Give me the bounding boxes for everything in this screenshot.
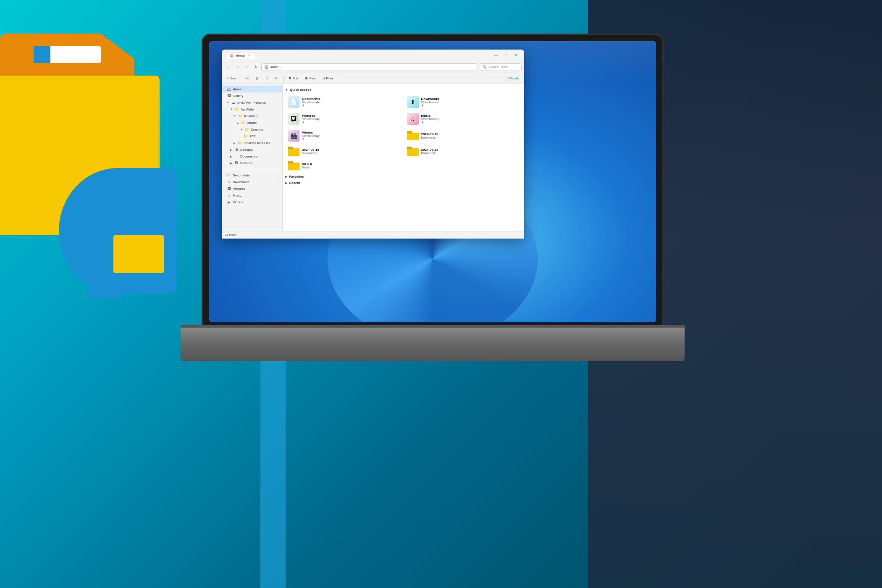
expand-arrow-appdata: ▼ xyxy=(230,108,233,110)
sidebar-pinned-section: 📄 Documents › ⬇ Downloads › xyxy=(222,169,282,205)
desktop-icon: 🖥 xyxy=(234,147,239,152)
pictures-sub: Stored locally xyxy=(302,118,320,121)
sidebar-adobe-label: Adobe xyxy=(247,121,257,125)
deco-yellow-block xyxy=(113,235,164,273)
sidebar-item-documents[interactable]: ▶ 📄 Documents xyxy=(222,153,282,160)
gallery-icon: 🖼 xyxy=(227,94,231,98)
sidebar-pinned-dl-label: Downloads xyxy=(233,180,249,184)
close-button[interactable]: ✕ xyxy=(512,52,521,59)
details-button[interactable]: ℹ Details xyxy=(505,76,522,81)
file-item-2024-09-18[interactable]: 2024-09-18 Downloads xyxy=(285,145,403,158)
view-button[interactable]: ⊞ View xyxy=(302,76,318,81)
file-item-downloads[interactable]: ⬇ Downloads Stored locally ★ xyxy=(404,94,522,110)
address-sep: › xyxy=(280,65,281,69)
sidebar-pinned-pictures[interactable]: 🖼 Pictures › xyxy=(222,185,282,192)
file-item-viola[interactable]: VIOLA Music xyxy=(285,159,403,172)
sidebar-desktop-label: Desktop xyxy=(240,148,252,152)
folder-viola-name: VIOLA xyxy=(302,162,312,166)
sort-button[interactable]: ⇅ Sort xyxy=(286,76,301,81)
music-thumbnail: ♫ xyxy=(407,113,419,125)
docs-thumbnail: 📄 xyxy=(288,96,299,108)
sidebar-item-appdata[interactable]: ▼ 📁 AppData xyxy=(222,106,282,113)
music-name: Music xyxy=(421,114,439,118)
copy-button[interactable]: ⎘ xyxy=(253,76,260,81)
sidebar-appdata-label: AppData xyxy=(241,108,254,111)
sidebar-pinned-docs-label: Documents xyxy=(233,173,249,177)
downloads-sub: Stored locally xyxy=(421,101,439,104)
filter-button[interactable]: ⊿ Filter xyxy=(320,76,336,81)
music-pin-icon: ♫ xyxy=(227,193,231,197)
folder-icon-appdata: 📁 xyxy=(235,107,239,111)
sidebar-pinned-videos[interactable]: ▶ Videos › xyxy=(222,199,282,205)
pictures-icon: 🖼 xyxy=(234,161,239,165)
cut-button[interactable]: ✂ xyxy=(244,76,252,81)
new-button[interactable]: + New xyxy=(224,76,238,81)
sidebar-pinned-music[interactable]: ♫ Music › xyxy=(222,192,282,199)
quick-access-header[interactable]: ▼ Quick access xyxy=(285,87,522,93)
sidebar-item-pictures[interactable]: ▶ 🖼 Pictures xyxy=(222,160,282,166)
folder-2024-09-16-sub: Downloads xyxy=(421,136,438,139)
file-item-music[interactable]: ♫ Music Stored locally ★ xyxy=(404,111,522,126)
file-item-documents[interactable]: 📄 Documents Stored locally ★ xyxy=(285,94,403,110)
sidebar-item-home[interactable]: 🏠 Home xyxy=(222,86,282,92)
docs-sub: Stored locally xyxy=(302,101,320,104)
videos-sub: Stored locally xyxy=(302,134,320,137)
downloads-star: ★ xyxy=(421,104,439,107)
back-button[interactable]: ‹ xyxy=(224,63,232,71)
pictures-name: Pictures xyxy=(302,114,320,118)
more-button[interactable]: ... xyxy=(337,76,345,81)
view-icon: ⊞ xyxy=(305,76,308,80)
folder-2024-09-23-info: 2024-09-23 Downloads xyxy=(421,148,438,155)
expand-arrow-common: ▼ xyxy=(240,128,243,131)
videos-thumbnail: 🎬 xyxy=(288,130,299,142)
address-path[interactable]: 🏠 Home › xyxy=(261,63,478,71)
sidebar-item-10pct[interactable]: 📁 10% xyxy=(222,133,282,139)
maximize-button[interactable]: □ xyxy=(501,52,511,59)
titlebar-tab-label: Home xyxy=(236,54,244,58)
file-item-videos[interactable]: 🎬 Videos Stored locally ★ xyxy=(285,128,403,143)
minimize-button[interactable]: — xyxy=(491,52,501,59)
forward-button[interactable]: › xyxy=(234,63,241,71)
file-item-pictures[interactable]: 🖼 Pictures Stored locally ★ xyxy=(285,111,403,126)
paste-button[interactable]: 📋 xyxy=(262,76,271,81)
sidebar-item-onedrive[interactable]: ▼ ☁ OneDrive - Personal xyxy=(222,99,282,106)
filter-icon: ⊿ xyxy=(322,76,325,80)
sidebar-item-creativecloud[interactable]: ▶ 📁 Creative Cloud Files xyxy=(222,139,282,146)
favorites-header[interactable]: ▶ Favorites xyxy=(285,173,522,180)
explorer-titlebar: 🏠 Home ✕ — □ ✕ xyxy=(222,50,524,61)
music-info: Music Stored locally ★ xyxy=(421,114,439,124)
folder-viola-sub: Music xyxy=(302,166,312,169)
sidebar-home-label: Home xyxy=(233,87,242,91)
sidebar-pinned-downloads[interactable]: ⬇ Downloads › xyxy=(222,178,282,185)
expand-arrow-desktop: ▶ xyxy=(230,148,232,151)
sidebar-item-roaming[interactable]: ▼ 📁 Roaming xyxy=(222,113,282,119)
expand-arrow-documents: ▶ xyxy=(230,155,232,158)
folder-viola-info: VIOLA Music xyxy=(302,162,312,169)
search-box[interactable]: 🔍 Search Home xyxy=(480,63,522,71)
quick-access-label: Quick access xyxy=(290,88,311,92)
up-button[interactable]: ↑ xyxy=(243,63,250,71)
docs-pin-icon: 📄 xyxy=(227,173,231,177)
recent-header[interactable]: ▶ Recent xyxy=(285,180,522,186)
sidebar-item-common[interactable]: ▼ 📁 Common xyxy=(222,126,282,133)
sidebar-documents-label: Documents xyxy=(240,155,257,158)
docs-pin-star: ★ xyxy=(302,104,320,107)
file-item-2024-09-23[interactable]: 2024-09-23 Downloads xyxy=(404,145,522,158)
sidebar-item-desktop[interactable]: ▶ 🖥 Desktop xyxy=(222,146,282,153)
qa-arrow-icon: ▼ xyxy=(285,88,288,91)
explorer-sidebar: 🏠 Home 🖼 Gallery ▼ ☁ OneDrive - Personal xyxy=(222,84,283,231)
refresh-button[interactable]: ↻ xyxy=(252,63,260,71)
videos-star: ★ xyxy=(302,137,320,141)
vids-pin-icon: ▶ xyxy=(227,200,231,204)
sidebar-item-gallery[interactable]: 🖼 Gallery xyxy=(222,92,282,99)
sidebar-item-adobe[interactable]: ▶ 📁 Adobe xyxy=(222,119,282,126)
folder-2024-09-16-name: 2024-09-16 xyxy=(421,132,438,136)
sidebar-pictures-label: Pictures xyxy=(240,161,252,165)
sidebar-pinned-documents[interactable]: 📄 Documents › xyxy=(222,172,282,178)
folder-2024-09-18-info: 2024-09-18 Downloads xyxy=(302,148,319,155)
file-item-2024-09-16[interactable]: 2024-09-16 Downloads xyxy=(404,128,522,143)
titlebar-tab-home[interactable]: 🏠 Home ✕ xyxy=(225,52,255,59)
rename-button[interactable]: ✏ xyxy=(273,76,281,81)
tab-close-icon[interactable]: ✕ xyxy=(248,54,251,58)
pics-pin-icon: 🖼 xyxy=(227,186,231,191)
